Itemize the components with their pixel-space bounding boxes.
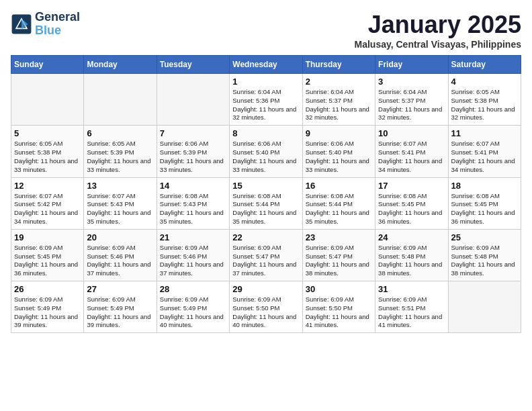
calendar-week-3: 12Sunrise: 6:07 AM Sunset: 5:42 PM Dayli…: [11, 177, 521, 229]
day-number: 15: [232, 181, 299, 191]
day-number: 10: [378, 128, 445, 138]
day-number: 20: [87, 232, 153, 242]
calendar-cell: 19Sunrise: 6:09 AM Sunset: 5:45 PM Dayli…: [11, 229, 84, 281]
calendar-cell: 9Sunrise: 6:06 AM Sunset: 5:40 PM Daylig…: [302, 126, 375, 177]
day-info: Sunrise: 6:06 AM Sunset: 5:39 PM Dayligh…: [160, 140, 226, 174]
calendar-week-4: 19Sunrise: 6:09 AM Sunset: 5:45 PM Dayli…: [11, 229, 521, 281]
day-number: 30: [306, 284, 372, 294]
day-number: 29: [232, 284, 299, 294]
day-info: Sunrise: 6:09 AM Sunset: 5:47 PM Dayligh…: [306, 244, 372, 278]
calendar-cell: 2Sunrise: 6:04 AM Sunset: 5:37 PM Daylig…: [302, 74, 375, 126]
calendar-cell: 21Sunrise: 6:09 AM Sunset: 5:46 PM Dayli…: [157, 229, 229, 281]
day-info: Sunrise: 6:07 AM Sunset: 5:43 PM Dayligh…: [87, 192, 153, 226]
day-number: 3: [378, 77, 445, 87]
logo: General Blue: [11, 11, 80, 38]
calendar-cell: 13Sunrise: 6:07 AM Sunset: 5:43 PM Dayli…: [84, 177, 157, 229]
calendar-cell: 20Sunrise: 6:09 AM Sunset: 5:46 PM Dayli…: [84, 229, 157, 281]
calendar-cell: 31Sunrise: 6:09 AM Sunset: 5:51 PM Dayli…: [375, 281, 448, 333]
weekday-header-monday: Monday: [84, 56, 157, 74]
day-info: Sunrise: 6:04 AM Sunset: 5:37 PM Dayligh…: [378, 88, 445, 122]
calendar-cell: 27Sunrise: 6:09 AM Sunset: 5:49 PM Dayli…: [84, 281, 157, 333]
logo-text: General Blue: [35, 11, 80, 38]
calendar-week-5: 26Sunrise: 6:09 AM Sunset: 5:49 PM Dayli…: [11, 281, 521, 333]
weekday-header-thursday: Thursday: [302, 56, 375, 74]
day-number: 4: [451, 77, 518, 87]
day-number: 24: [378, 232, 445, 242]
weekday-header-friday: Friday: [375, 56, 448, 74]
day-number: 28: [160, 284, 226, 294]
logo-line1: General: [35, 11, 80, 24]
weekday-header-sunday: Sunday: [11, 56, 84, 74]
calendar-week-1: 1Sunrise: 6:04 AM Sunset: 5:36 PM Daylig…: [11, 74, 521, 126]
logo-line2: Blue: [35, 24, 61, 37]
day-number: 25: [451, 232, 518, 242]
calendar-cell: 14Sunrise: 6:08 AM Sunset: 5:43 PM Dayli…: [157, 177, 229, 229]
calendar-cell: [11, 74, 84, 126]
day-info: Sunrise: 6:09 AM Sunset: 5:51 PM Dayligh…: [378, 295, 445, 330]
calendar-cell: 15Sunrise: 6:08 AM Sunset: 5:44 PM Dayli…: [230, 177, 302, 229]
weekday-header-tuesday: Tuesday: [157, 56, 229, 74]
day-number: 17: [378, 181, 445, 191]
calendar-cell: 16Sunrise: 6:08 AM Sunset: 5:44 PM Dayli…: [302, 177, 375, 229]
calendar-cell: 29Sunrise: 6:09 AM Sunset: 5:50 PM Dayli…: [230, 281, 302, 333]
day-info: Sunrise: 6:08 AM Sunset: 5:45 PM Dayligh…: [378, 192, 445, 226]
day-info: Sunrise: 6:09 AM Sunset: 5:46 PM Dayligh…: [160, 244, 226, 278]
day-number: 21: [160, 232, 226, 242]
calendar-cell: 11Sunrise: 6:07 AM Sunset: 5:41 PM Dayli…: [448, 126, 521, 177]
calendar-cell: 22Sunrise: 6:09 AM Sunset: 5:47 PM Dayli…: [230, 229, 302, 281]
day-number: 19: [14, 232, 81, 242]
weekday-header-wednesday: Wednesday: [230, 56, 302, 74]
calendar-cell: 28Sunrise: 6:09 AM Sunset: 5:49 PM Dayli…: [157, 281, 229, 333]
day-info: Sunrise: 6:09 AM Sunset: 5:49 PM Dayligh…: [14, 295, 81, 330]
day-info: Sunrise: 6:08 AM Sunset: 5:45 PM Dayligh…: [451, 192, 518, 226]
day-info: Sunrise: 6:08 AM Sunset: 5:43 PM Dayligh…: [160, 192, 226, 226]
calendar-cell: 26Sunrise: 6:09 AM Sunset: 5:49 PM Dayli…: [11, 281, 84, 333]
day-info: Sunrise: 6:08 AM Sunset: 5:44 PM Dayligh…: [306, 192, 372, 226]
calendar-cell: 6Sunrise: 6:05 AM Sunset: 5:39 PM Daylig…: [84, 126, 157, 177]
day-info: Sunrise: 6:07 AM Sunset: 5:41 PM Dayligh…: [378, 140, 445, 174]
day-number: 5: [14, 128, 81, 138]
calendar-cell: [157, 74, 229, 126]
calendar-cell: 8Sunrise: 6:06 AM Sunset: 5:40 PM Daylig…: [230, 126, 302, 177]
calendar-cell: 12Sunrise: 6:07 AM Sunset: 5:42 PM Dayli…: [11, 177, 84, 229]
day-number: 11: [451, 128, 518, 138]
day-info: Sunrise: 6:09 AM Sunset: 5:49 PM Dayligh…: [160, 295, 226, 330]
location: Malusay, Central Visayas, Philippines: [355, 39, 521, 50]
weekday-header-saturday: Saturday: [448, 56, 521, 74]
calendar-week-2: 5Sunrise: 6:05 AM Sunset: 5:38 PM Daylig…: [11, 126, 521, 177]
calendar-cell: 3Sunrise: 6:04 AM Sunset: 5:37 PM Daylig…: [375, 74, 448, 126]
day-info: Sunrise: 6:07 AM Sunset: 5:42 PM Dayligh…: [14, 192, 81, 226]
day-info: Sunrise: 6:08 AM Sunset: 5:44 PM Dayligh…: [232, 192, 299, 226]
day-number: 22: [232, 232, 299, 242]
day-number: 18: [451, 181, 518, 191]
calendar-table: SundayMondayTuesdayWednesdayThursdayFrid…: [11, 55, 521, 333]
day-number: 6: [87, 128, 153, 138]
day-number: 27: [87, 284, 153, 294]
day-number: 14: [160, 181, 226, 191]
day-number: 23: [306, 232, 372, 242]
day-number: 7: [160, 128, 226, 138]
day-info: Sunrise: 6:09 AM Sunset: 5:50 PM Dayligh…: [306, 295, 372, 330]
day-info: Sunrise: 6:05 AM Sunset: 5:38 PM Dayligh…: [14, 140, 81, 174]
day-info: Sunrise: 6:09 AM Sunset: 5:48 PM Dayligh…: [451, 244, 518, 278]
calendar-cell: 7Sunrise: 6:06 AM Sunset: 5:39 PM Daylig…: [157, 126, 229, 177]
calendar-cell: 4Sunrise: 6:05 AM Sunset: 5:38 PM Daylig…: [448, 74, 521, 126]
day-number: 8: [232, 128, 299, 138]
day-info: Sunrise: 6:09 AM Sunset: 5:46 PM Dayligh…: [87, 244, 153, 278]
day-info: Sunrise: 6:09 AM Sunset: 5:45 PM Dayligh…: [14, 244, 81, 278]
calendar-cell: [448, 281, 521, 333]
day-number: 2: [306, 77, 372, 87]
day-number: 16: [306, 181, 372, 191]
day-info: Sunrise: 6:06 AM Sunset: 5:40 PM Dayligh…: [306, 140, 372, 174]
day-info: Sunrise: 6:07 AM Sunset: 5:41 PM Dayligh…: [451, 140, 518, 174]
calendar-cell: [84, 74, 157, 126]
logo-icon: [11, 13, 32, 35]
day-number: 12: [14, 181, 81, 191]
page-header: General Blue January 2025 Malusay, Centr…: [11, 11, 521, 50]
calendar-cell: 1Sunrise: 6:04 AM Sunset: 5:36 PM Daylig…: [230, 74, 302, 126]
day-number: 26: [14, 284, 81, 294]
calendar-cell: 30Sunrise: 6:09 AM Sunset: 5:50 PM Dayli…: [302, 281, 375, 333]
day-info: Sunrise: 6:05 AM Sunset: 5:39 PM Dayligh…: [87, 140, 153, 174]
calendar-cell: 24Sunrise: 6:09 AM Sunset: 5:48 PM Dayli…: [375, 229, 448, 281]
calendar-cell: 25Sunrise: 6:09 AM Sunset: 5:48 PM Dayli…: [448, 229, 521, 281]
